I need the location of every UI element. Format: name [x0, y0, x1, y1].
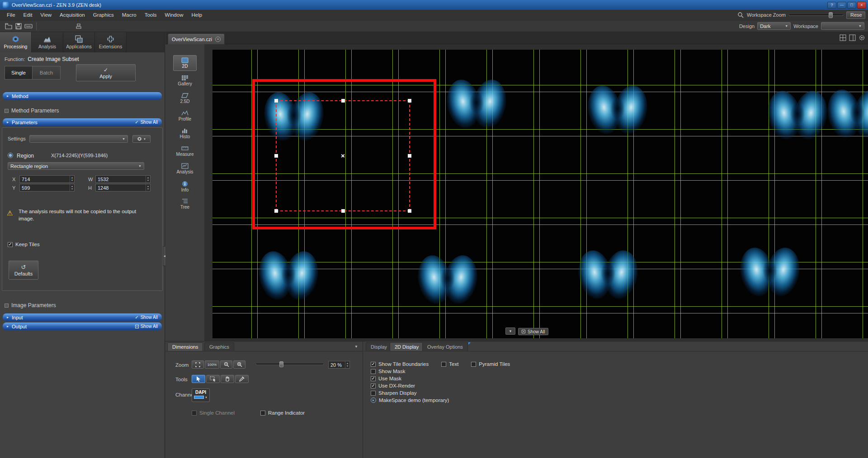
view-gallery[interactable]: Gallery [173, 73, 197, 89]
text-checkbox[interactable]: Text [441, 361, 458, 367]
zoom-slider[interactable] [256, 361, 324, 368]
spinner-arrows-icon[interactable]: ▲▼ [345, 361, 349, 368]
zoom-slider-thumb[interactable] [279, 361, 283, 367]
zoom-value-input[interactable] [329, 361, 345, 368]
zoom-out-button[interactable] [220, 360, 232, 369]
pyramid-tiles-checkbox[interactable]: Pyramid Tiles [471, 361, 510, 367]
region-selection[interactable]: × [276, 100, 410, 211]
tab-display[interactable]: Display [366, 342, 392, 351]
selection-handle[interactable] [408, 209, 411, 213]
makespace-demo-item[interactable]: ▸ MakeSpace demo (temporary) [371, 397, 449, 403]
h-input[interactable] [96, 184, 146, 191]
x-input[interactable] [20, 176, 70, 182]
apply-button[interactable]: ✓ Apply [76, 64, 136, 81]
selection-handle[interactable] [408, 99, 411, 103]
checkbox-icon[interactable] [192, 411, 197, 416]
y-spinner[interactable]: ▲▼ [19, 184, 75, 192]
region-type-select[interactable]: Rectangle region ▼ [8, 162, 144, 170]
input-section-header[interactable]: ▸ Input ✓ Show All [3, 313, 162, 321]
h-spinner[interactable]: ▲▼ [95, 184, 151, 192]
zoom-slider-track[interactable] [256, 364, 324, 365]
checkbox-icon[interactable] [371, 383, 376, 388]
region-radio-icon[interactable] [8, 153, 13, 158]
selection-handle[interactable] [341, 209, 345, 213]
minimize-button[interactable]: — [837, 2, 846, 9]
channel-color-swatch[interactable] [194, 396, 204, 399]
show-mask-checkbox[interactable]: Show Mask [371, 369, 405, 374]
menu-tools[interactable]: Tools [141, 11, 161, 19]
selection-handle[interactable] [274, 99, 278, 103]
selection-handle[interactable] [408, 154, 411, 158]
settings-select[interactable]: ▼ [29, 135, 128, 143]
parameters-show-all[interactable]: ✓ Show All [135, 120, 158, 125]
menu-view[interactable]: View [36, 11, 56, 19]
checkbox-icon[interactable] [471, 362, 476, 367]
design-select[interactable]: Dark ▼ [757, 22, 791, 30]
workspace-select[interactable]: ▼ [821, 22, 864, 30]
close-document-icon[interactable]: × [215, 37, 221, 42]
y-input[interactable] [20, 184, 70, 191]
menu-macro[interactable]: Macro [118, 11, 141, 19]
zoom-100-button[interactable]: 100% [205, 360, 219, 369]
w-spinner[interactable]: ▲▼ [95, 175, 151, 183]
defaults-button[interactable]: ↺ Defaults [9, 261, 38, 280]
settings-gear-button[interactable]: ▼ [132, 135, 151, 143]
keep-tiles-checkbox[interactable]: Keep Tiles [8, 242, 40, 247]
collapse-panel-button[interactable]: ▾ [505, 327, 515, 335]
range-indicator-checkbox[interactable]: Range Indicator [260, 410, 305, 416]
menu-acquisition[interactable]: Acquisition [56, 11, 89, 19]
maximize-button[interactable]: □ [847, 2, 856, 9]
tab-2d-display[interactable]: 2D Display [390, 342, 424, 351]
chevron-down-icon[interactable]: ▼ [354, 345, 358, 349]
method-section-header[interactable]: ▸ Method [3, 92, 162, 100]
image-canvas[interactable]: × ▾ Show All [212, 50, 868, 338]
pan-hand-tool-button[interactable] [221, 375, 234, 383]
region-select-tool-button[interactable] [206, 375, 220, 383]
color-picker-tool-button[interactable] [235, 375, 249, 383]
input-show-all[interactable]: ✓ Show All [135, 315, 158, 320]
stamp-tool-icon[interactable] [74, 22, 84, 31]
single-mode-button[interactable]: Single [5, 66, 33, 79]
checkbox-icon[interactable] [371, 376, 376, 381]
workspace-zoom-track[interactable] [789, 14, 843, 16]
close-button[interactable]: × [857, 2, 866, 9]
settings-gear-icon[interactable] [859, 34, 865, 41]
view-profile[interactable]: Profile [173, 108, 197, 124]
zoom-fit-button[interactable] [192, 360, 204, 369]
menu-graphics[interactable]: Graphics [89, 11, 118, 19]
single-channel-checkbox[interactable]: Single Channel [192, 410, 235, 416]
channel-dapi-button[interactable]: DAPI ▼ [192, 388, 210, 402]
spinner-arrows-icon[interactable]: ▲▼ [146, 176, 150, 182]
checkbox-icon[interactable] [371, 391, 376, 396]
view-measure[interactable]: Measure [173, 143, 197, 159]
open-file-icon[interactable] [4, 22, 14, 31]
tab-overlay-options[interactable]: Overlay Options [422, 342, 468, 351]
layout-split-icon[interactable] [849, 34, 856, 41]
checkbox-icon[interactable] [371, 362, 376, 367]
workspace-zoom-slider[interactable] [789, 12, 843, 19]
zoom-value-spinner[interactable]: ▲▼ [328, 361, 350, 369]
output-section-header[interactable]: ▸ Output Show All [3, 322, 162, 330]
tab-processing[interactable]: Processing [0, 32, 32, 52]
checkbox-icon[interactable] [441, 362, 446, 367]
view-analysis[interactable]: Analysis [173, 161, 197, 177]
output-show-all[interactable]: Show All [135, 324, 158, 329]
checkbox-icon[interactable] [8, 242, 13, 247]
view-tree[interactable]: Tree [173, 196, 197, 212]
layout-grid-icon[interactable] [840, 34, 846, 41]
batch-mode-button[interactable]: Batch [33, 66, 61, 79]
selection-center-marker[interactable]: × [341, 152, 345, 159]
parameters-section-header[interactable]: ▸ Parameters ✓ Show All [3, 118, 162, 126]
menu-help[interactable]: Help [187, 11, 206, 19]
w-input[interactable] [96, 176, 146, 182]
help-button[interactable]: ? [827, 2, 836, 9]
view-histo[interactable]: Histo [173, 126, 197, 141]
checkbox-icon[interactable] [371, 369, 376, 374]
selection-handle[interactable] [274, 209, 278, 213]
use-mask-checkbox[interactable]: Use Mask [371, 376, 401, 381]
zoom-in-button[interactable] [233, 360, 245, 369]
save-icon[interactable] [14, 22, 24, 31]
tab-graphics[interactable]: Graphics [204, 342, 234, 351]
show-tile-boundaries-checkbox[interactable]: Show Tile Boundaries [371, 361, 429, 367]
x-spinner[interactable]: ▲▼ [19, 175, 75, 183]
